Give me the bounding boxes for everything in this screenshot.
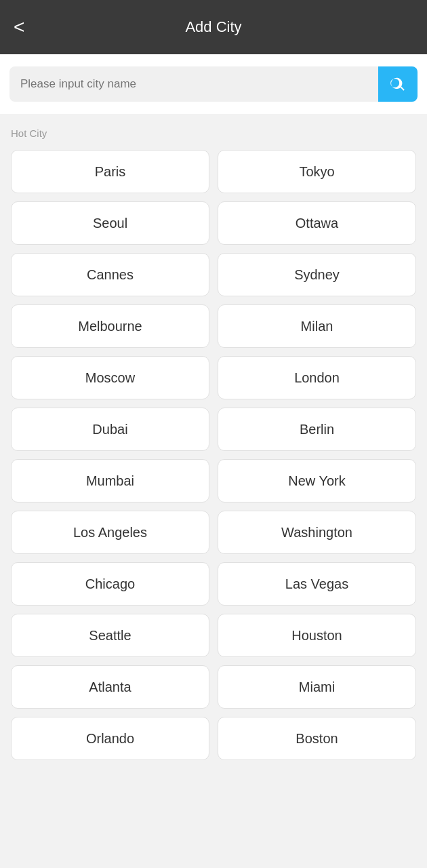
city-button[interactable]: Seoul: [11, 201, 209, 245]
city-button[interactable]: Milan: [218, 304, 416, 348]
city-button[interactable]: Paris: [11, 150, 209, 193]
page-title: Add City: [185, 18, 241, 36]
city-button[interactable]: Mumbai: [11, 459, 209, 502]
city-button[interactable]: Miami: [218, 665, 416, 709]
hot-city-section: Hot City ParisTokyoSeoulOttawaCannesSydn…: [0, 114, 427, 767]
city-button[interactable]: Washington: [218, 511, 416, 554]
search-icon: [389, 75, 407, 93]
search-input[interactable]: [9, 66, 378, 102]
city-button[interactable]: Orlando: [11, 717, 209, 760]
city-button[interactable]: Boston: [218, 717, 416, 760]
header: < Add City: [0, 0, 427, 54]
city-button[interactable]: Tokyo: [218, 150, 416, 193]
city-button[interactable]: Sydney: [218, 253, 416, 296]
city-button[interactable]: Chicago: [11, 562, 209, 606]
city-button[interactable]: Las Vegas: [218, 562, 416, 606]
city-button[interactable]: Dubai: [11, 408, 209, 451]
city-button[interactable]: Melbourne: [11, 304, 209, 348]
search-area: [0, 54, 427, 114]
city-button[interactable]: Atlanta: [11, 665, 209, 709]
city-button[interactable]: Los Angeles: [11, 511, 209, 554]
city-button[interactable]: Moscow: [11, 356, 209, 399]
hot-city-label: Hot City: [11, 127, 416, 139]
city-button[interactable]: Houston: [218, 614, 416, 657]
search-button[interactable]: [378, 66, 418, 102]
city-grid: ParisTokyoSeoulOttawaCannesSydneyMelbour…: [11, 150, 416, 760]
city-button[interactable]: Berlin: [218, 408, 416, 451]
city-button[interactable]: Ottawa: [218, 201, 416, 245]
city-button[interactable]: New York: [218, 459, 416, 502]
city-button[interactable]: Seattle: [11, 614, 209, 657]
city-button[interactable]: London: [218, 356, 416, 399]
back-button[interactable]: <: [14, 16, 24, 38]
city-button[interactable]: Cannes: [11, 253, 209, 296]
